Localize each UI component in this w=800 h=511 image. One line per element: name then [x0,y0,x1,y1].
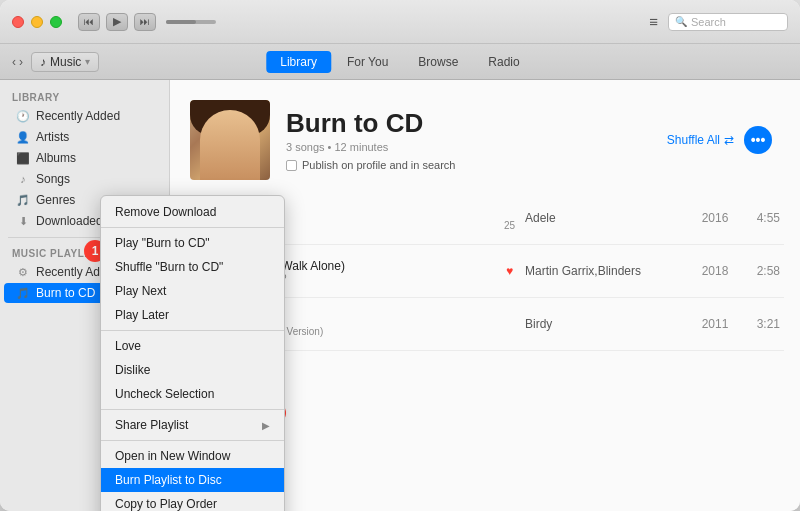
track-artist: Martin Garrix,Blinders [525,264,685,278]
titlebar-controls: ⏮ ▶ ⏭ [78,13,216,31]
back-arrow[interactable]: ‹ [12,55,16,69]
close-button[interactable] [12,16,24,28]
tab-library[interactable]: Library [266,51,331,73]
songs-icon: ♪ [16,173,30,185]
tab-browse[interactable]: Browse [404,51,472,73]
artists-icon: 👤 [16,131,30,144]
downloaded-icon: ⬇ [16,215,30,228]
search-box[interactable]: 🔍 Search [668,13,788,31]
sidebar-item-songs-label: Songs [36,172,70,186]
track-artist: Adele [525,211,685,225]
shuffle-all-button[interactable]: Shuffle All ⇄ [667,133,734,147]
menu-separator [101,227,284,228]
menu-separator [101,440,284,441]
maximize-button[interactable] [50,16,62,28]
play-button[interactable]: ▶ [106,13,128,31]
menu-item-open-new-window[interactable]: Open in New Window [101,444,284,468]
fastforward-button[interactable]: ⏭ [134,13,156,31]
track-duration: 4:55 [745,211,780,225]
menu-item-play-later[interactable]: Play Later [101,303,284,327]
shuffle-label: Shuffle All [667,133,720,147]
sidebar-item-albums[interactable]: ⬛ Albums [4,148,165,168]
playlist-title: Burn to CD [286,109,651,138]
breadcrumb-label: Music [50,55,81,69]
genres-icon: 🎵 [16,194,30,207]
playlist-actions: Shuffle All ⇄ ••• [667,126,772,154]
menu-item-play-next[interactable]: Play Next [101,279,284,303]
recently-added-icon: 🕐 [16,110,30,123]
nav-arrows: ‹ › [12,55,23,69]
recently-added-playlist-icon: ⚙ [16,266,30,279]
publish-label: Publish on profile and in search [302,159,455,171]
search-input[interactable]: Search [691,16,726,28]
track-year: 2018 [695,264,735,278]
traffic-lights [12,16,62,28]
nav-tabs: Library For You Browse Radio [266,51,533,73]
forward-arrow[interactable]: › [19,55,23,69]
tab-for-you[interactable]: For You [333,51,402,73]
menu-separator [101,330,284,331]
menu-item-share-playlist[interactable]: Share Playlist ▶ [101,413,284,437]
list-view-icon[interactable]: ≡ [649,13,658,30]
sidebar-item-downloaded-label: Downloaded [36,214,103,228]
album-art [190,100,270,180]
music-note-icon: ♪ [40,55,46,69]
albums-icon: ⬛ [16,152,30,165]
menu-item-remove-download[interactable]: Remove Download [101,200,284,224]
playlist-publish: Publish on profile and in search [286,159,651,171]
track-duration: 3:21 [745,317,780,331]
track-year: 2016 [695,211,735,225]
playlist-meta: 3 songs • 12 minutes [286,141,651,153]
heart-icon: ♥ [506,264,513,278]
menu-item-uncheck-selection[interactable]: Uncheck Selection [101,382,284,406]
menu-item-burn-playlist[interactable]: Burn Playlist to Disc [101,468,284,492]
album-art-face [200,110,260,180]
library-section-label: Library [0,88,169,105]
track-artist: Birdy [525,317,685,331]
breadcrumb[interactable]: ♪ Music ▾ [31,52,99,72]
track-duration: 2:58 [745,264,780,278]
tab-radio[interactable]: Radio [474,51,533,73]
titlebar: ⏮ ▶ ⏭ ≡ 🔍 Search [0,0,800,44]
app-window: ⏮ ▶ ⏭ ≡ 🔍 Search ‹ › ♪ Music ▾ Library F… [0,0,800,511]
context-menu: Remove Download Play "Burn to CD" Shuffl… [100,195,285,511]
submenu-arrow-icon: ▶ [262,420,270,431]
menu-separator [101,409,284,410]
sidebar-item-genres-label: Genres [36,193,75,207]
track-year: 2011 [695,317,735,331]
search-icon: 🔍 [675,16,687,27]
sidebar-item-songs[interactable]: ♪ Songs [4,169,165,189]
minimize-button[interactable] [31,16,43,28]
volume-slider[interactable] [166,20,216,24]
sidebar-item-recently-added[interactable]: 🕐 Recently Added [4,106,165,126]
more-options-button[interactable]: ••• [744,126,772,154]
playlist-info: Burn to CD 3 songs • 12 minutes Publish … [286,109,651,172]
menu-item-love[interactable]: Love [101,334,284,358]
rewind-button[interactable]: ⏮ [78,13,100,31]
navbar: ‹ › ♪ Music ▾ Library For You Browse Rad… [0,44,800,80]
publish-checkbox[interactable] [286,160,297,171]
menu-item-dislike[interactable]: Dislike [101,358,284,382]
sidebar-item-artists-label: Artists [36,130,69,144]
shuffle-icon: ⇄ [724,133,734,147]
breadcrumb-arrow-icon: ▾ [85,56,90,67]
menu-item-copy-play-order[interactable]: Copy to Play Order [101,492,284,511]
sidebar-item-burn-to-cd-label: Burn to CD [36,286,95,300]
sidebar-item-recently-added-label: Recently Added [36,109,120,123]
menu-item-play[interactable]: Play "Burn to CD" [101,231,284,255]
burn-cd-icon: 🎵 [16,287,30,300]
playlist-header: Burn to CD 3 songs • 12 minutes Publish … [170,80,800,192]
menu-item-shuffle[interactable]: Shuffle "Burn to CD" [101,255,284,279]
sidebar-item-albums-label: Albums [36,151,76,165]
sidebar-item-artists[interactable]: 👤 Artists [4,127,165,147]
